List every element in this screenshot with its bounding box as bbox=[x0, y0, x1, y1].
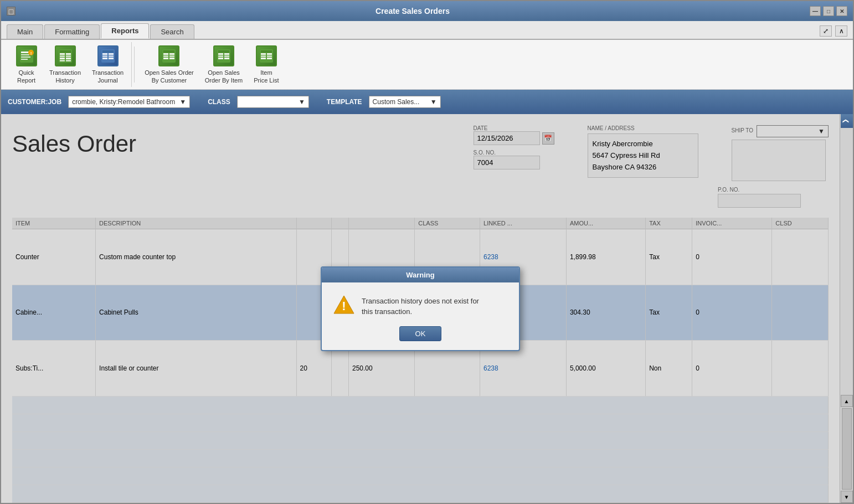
svg-rect-4 bbox=[21, 59, 28, 60]
modal-title: Warning bbox=[406, 271, 435, 279]
modal-message: Transaction history does not exist for t… bbox=[362, 294, 479, 317]
svg-rect-13 bbox=[60, 58, 65, 59]
quick-report-icon: ! bbox=[16, 45, 38, 67]
open-sales-order-customer-icon bbox=[158, 45, 180, 67]
svg-rect-9 bbox=[60, 53, 65, 55]
svg-rect-36 bbox=[224, 53, 229, 55]
transaction-history-icon bbox=[54, 45, 76, 67]
template-dropdown[interactable]: Custom Sales... ▼ bbox=[369, 96, 441, 108]
svg-rect-38 bbox=[224, 55, 229, 57]
svg-rect-10 bbox=[66, 53, 71, 55]
modal-message-line2: this transaction. bbox=[362, 307, 412, 316]
close-button[interactable]: ✕ bbox=[836, 6, 847, 16]
transaction-journal-icon bbox=[97, 45, 119, 67]
svg-rect-31 bbox=[163, 58, 168, 59]
svg-rect-43 bbox=[261, 53, 266, 55]
side-tab[interactable]: ❮ bbox=[841, 114, 853, 128]
open-sales-order-item-label: Open SalesOrder By Item bbox=[205, 69, 243, 84]
svg-rect-12 bbox=[66, 55, 71, 57]
tab-bar: Main Formatting Reports Search ⤢ ∧ bbox=[1, 21, 853, 40]
svg-rect-14 bbox=[66, 58, 71, 59]
open-sales-order-customer-button[interactable]: Open Sales OrderBy Customer bbox=[141, 43, 197, 86]
transaction-history-label: TransactionHistory bbox=[49, 69, 81, 84]
class-chevron-icon: ▼ bbox=[299, 98, 305, 106]
modal-overlay: Warning ! Transaction history does not e… bbox=[1, 114, 840, 503]
tab-main[interactable]: Main bbox=[7, 24, 43, 39]
transaction-journal-button[interactable]: TransactionJournal bbox=[89, 43, 127, 86]
svg-rect-23 bbox=[102, 58, 107, 59]
item-price-list-button[interactable]: ItemPrice List bbox=[250, 43, 282, 86]
customer-job-label: CUSTOMER:JOB bbox=[8, 98, 61, 106]
svg-text:!: ! bbox=[342, 299, 346, 313]
tab-reports[interactable]: Reports bbox=[101, 23, 149, 39]
restore-button[interactable]: □ bbox=[823, 6, 834, 16]
template-value: Custom Sales... bbox=[373, 98, 420, 106]
svg-rect-3 bbox=[21, 56, 30, 58]
svg-rect-35 bbox=[218, 53, 223, 55]
svg-rect-40 bbox=[224, 58, 229, 59]
svg-rect-29 bbox=[163, 55, 168, 57]
svg-rect-16 bbox=[66, 60, 71, 61]
class-label: CLASS bbox=[208, 98, 230, 106]
tab-formatting[interactable]: Formatting bbox=[44, 24, 100, 39]
ribbon-group-reports: ! QuickReport bbox=[7, 42, 132, 87]
minimize-button[interactable]: — bbox=[810, 6, 821, 16]
right-panel: ❮ ▲ ▼ bbox=[840, 114, 853, 503]
open-sales-order-item-icon bbox=[213, 45, 235, 67]
window-title: Create Sales Orders bbox=[16, 7, 810, 16]
template-label: TEMPLATE bbox=[327, 98, 362, 106]
svg-rect-26 bbox=[163, 50, 174, 53]
svg-rect-18 bbox=[102, 50, 114, 53]
ribbon-separator bbox=[134, 47, 135, 83]
svg-rect-32 bbox=[169, 58, 174, 59]
customer-job-dropdown[interactable]: crombie, Kristy:Remodel Bathroom ▼ bbox=[68, 96, 190, 108]
window-icon: □ bbox=[7, 7, 16, 16]
modal-footer: OK bbox=[322, 326, 519, 350]
modal-title-bar: Warning bbox=[322, 268, 519, 282]
class-dropdown[interactable]: ▼ bbox=[237, 96, 309, 108]
item-price-list-label: ItemPrice List bbox=[254, 69, 279, 84]
scroll-thumb bbox=[842, 408, 852, 490]
svg-rect-2 bbox=[21, 54, 29, 55]
svg-rect-27 bbox=[163, 53, 168, 55]
expand-button[interactable]: ⤢ bbox=[820, 25, 832, 37]
title-bar: □ Create Sales Orders — □ ✕ bbox=[1, 1, 853, 21]
quick-report-button[interactable]: ! QuickReport bbox=[11, 43, 42, 86]
svg-rect-15 bbox=[60, 60, 65, 61]
open-sales-order-customer-label: Open Sales OrderBy Customer bbox=[145, 69, 194, 84]
transaction-history-button[interactable]: TransactionHistory bbox=[46, 43, 84, 86]
main-window: □ Create Sales Orders — □ ✕ Main Formatt… bbox=[0, 0, 854, 504]
item-price-list-icon bbox=[255, 45, 277, 67]
svg-rect-44 bbox=[267, 53, 272, 55]
customer-job-value: crombie, Kristy:Remodel Bathroom bbox=[72, 98, 175, 106]
svg-rect-46 bbox=[267, 55, 272, 57]
scroll-down-arrow[interactable]: ▼ bbox=[841, 491, 853, 503]
ribbon: ! QuickReport bbox=[1, 40, 853, 90]
svg-rect-37 bbox=[218, 55, 223, 57]
transaction-journal-label: TransactionJournal bbox=[92, 69, 124, 84]
svg-rect-45 bbox=[261, 55, 266, 57]
modal-message-line1: Transaction history does not exist for bbox=[362, 297, 479, 305]
svg-rect-11 bbox=[60, 55, 65, 57]
collapse-button[interactable]: ∧ bbox=[835, 25, 847, 37]
ok-button[interactable]: OK bbox=[399, 326, 442, 341]
svg-rect-39 bbox=[218, 58, 223, 59]
warning-icon: ! bbox=[333, 294, 355, 316]
svg-rect-19 bbox=[102, 53, 107, 55]
svg-rect-21 bbox=[102, 55, 107, 57]
svg-rect-20 bbox=[109, 53, 114, 55]
customer-job-chevron-icon: ▼ bbox=[179, 98, 186, 106]
svg-rect-24 bbox=[109, 58, 114, 59]
svg-rect-34 bbox=[218, 50, 229, 53]
svg-rect-42 bbox=[261, 50, 272, 53]
svg-rect-8 bbox=[60, 50, 71, 53]
main-content: Sales Order DATE 📅 S.O. NO. bbox=[1, 114, 840, 503]
svg-rect-47 bbox=[261, 58, 266, 59]
svg-rect-28 bbox=[169, 53, 174, 55]
svg-text:!: ! bbox=[30, 51, 32, 56]
svg-rect-22 bbox=[109, 55, 114, 57]
open-sales-order-item-button[interactable]: Open SalesOrder By Item bbox=[202, 43, 246, 86]
tab-search[interactable]: Search bbox=[150, 24, 194, 39]
customer-bar: CUSTOMER:JOB crombie, Kristy:Remodel Bat… bbox=[1, 90, 853, 114]
scroll-up-arrow[interactable]: ▲ bbox=[841, 395, 853, 407]
